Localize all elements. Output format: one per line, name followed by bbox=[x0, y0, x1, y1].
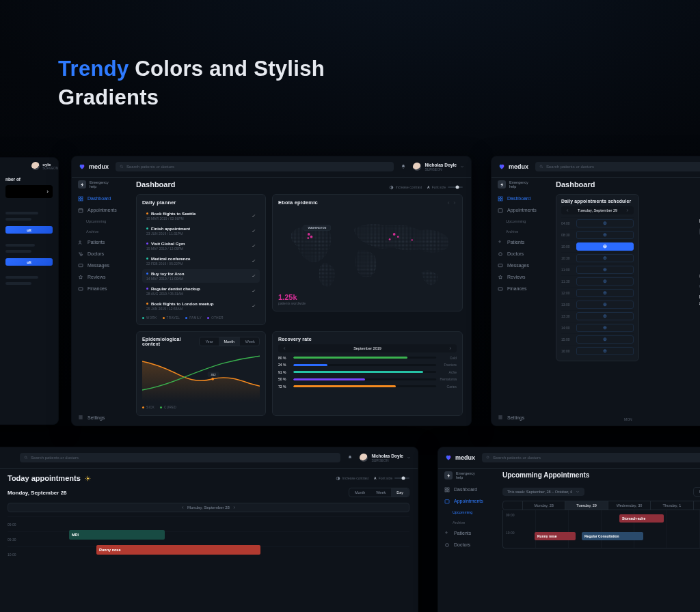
emergency-button[interactable] bbox=[498, 180, 506, 189]
sidebar-item-upcoming[interactable]: Upcomming bbox=[86, 216, 126, 226]
sidebar-item-archive[interactable]: Archive bbox=[506, 226, 546, 236]
tab-month[interactable]: Month bbox=[219, 337, 240, 346]
sidebar-item-settings[interactable]: Settings bbox=[78, 415, 105, 420]
sidebar-item-dashboard[interactable]: Dashboard bbox=[78, 193, 126, 204]
sidebar-item-messages[interactable]: Messages bbox=[78, 260, 126, 271]
sidebar-item-appointments[interactable]: Appointments bbox=[498, 204, 546, 216]
sidebar-item-archive[interactable]: Archive bbox=[453, 517, 492, 527]
date-picker[interactable]: Tuesday, September 29 bbox=[561, 206, 634, 214]
font-slider[interactable] bbox=[448, 185, 463, 189]
user-menu[interactable]: Nicholas DoyleSURGEON bbox=[360, 454, 411, 462]
emergency-button[interactable] bbox=[78, 180, 86, 189]
appt-block[interactable]: Runny nose bbox=[535, 532, 576, 540]
sidebar-item-reviews[interactable]: Reviews bbox=[78, 271, 126, 283]
chevron-right-icon[interactable] bbox=[453, 201, 457, 205]
tab-month[interactable]: Month bbox=[694, 488, 700, 496]
sidebar-item-appointments[interactable]: Appointments bbox=[78, 204, 126, 216]
tab-month[interactable]: Month bbox=[349, 488, 371, 497]
scheduler-slot[interactable]: ⊕ bbox=[576, 347, 634, 355]
search-input[interactable]: Search patients or doctors bbox=[20, 453, 340, 462]
chevron-left-icon[interactable] bbox=[282, 346, 286, 350]
sidebar-item-finances[interactable]: Finances bbox=[78, 283, 126, 294]
sidebar-item-patients[interactable]: Patients bbox=[498, 236, 546, 248]
day-col[interactable]: Tuesday, 29 bbox=[565, 501, 607, 510]
sidebar-item-appointments[interactable]: Appointments bbox=[444, 495, 492, 507]
bell-icon[interactable] bbox=[401, 164, 406, 169]
brand[interactable]: medux bbox=[445, 454, 475, 461]
sidebar-item-doctors[interactable]: Doctors bbox=[78, 248, 126, 260]
sidebar-item-patients[interactable]: Patients bbox=[78, 236, 126, 248]
sidebar-item-archive[interactable]: Archive bbox=[86, 226, 126, 236]
emergency-button[interactable] bbox=[444, 471, 453, 479]
sidebar-item-settings[interactable]: Settings bbox=[498, 415, 524, 420]
day-col[interactable]: Monday, 28 bbox=[522, 501, 565, 510]
sidebar-item-messages[interactable]: Messages bbox=[498, 260, 546, 271]
cta-button[interactable]: ult bbox=[5, 226, 53, 234]
chevron-left-icon[interactable] bbox=[446, 201, 450, 205]
user-menu[interactable]: Nicholas Doyle SURGEON bbox=[413, 163, 464, 171]
planner-item[interactable]: Buy toy for Aron14 MAY 2019 / 11:00AM bbox=[142, 269, 260, 283]
planner-item[interactable]: Regular dentist checkup28 AUG 2019 / 05:… bbox=[142, 284, 260, 298]
world-map[interactable]: WASHINGTON bbox=[278, 206, 457, 300]
timeline-block-runnynose[interactable]: Runny nose bbox=[96, 545, 260, 555]
tab-year[interactable]: Year bbox=[200, 337, 218, 346]
view-tools: Increase contrast AFont size bbox=[389, 185, 463, 190]
sidebar-item-upcoming[interactable]: Upcomming bbox=[506, 216, 546, 226]
sidebar-item-patients[interactable]: Patients bbox=[444, 527, 492, 539]
sidebar-item-reviews[interactable]: Reviews bbox=[498, 271, 546, 283]
stethoscope-icon bbox=[498, 251, 503, 257]
sidebar-item-upcoming[interactable]: Upcomming bbox=[453, 507, 492, 517]
sidebar-item-finances[interactable]: Finances bbox=[498, 283, 546, 294]
dark-chevron-button[interactable]: › bbox=[5, 185, 53, 198]
tab-day[interactable]: Day bbox=[391, 488, 409, 497]
chevron-left-icon[interactable] bbox=[180, 505, 185, 510]
recovery-rate-panel: Recovery rate September 2019 80 %Cold24 … bbox=[272, 331, 463, 416]
planner-item[interactable]: Medical conference22 FEB 2019 / 05:22PM bbox=[142, 254, 260, 268]
planner-item[interactable]: Book flights to Seattle15 MAR 2019 / 02:… bbox=[142, 209, 260, 223]
tab-week[interactable]: Week bbox=[240, 337, 260, 346]
timeline-block-mri[interactable]: MRI bbox=[69, 530, 165, 540]
planner-item[interactable]: Visit Global Gym15 MAY 2019 / 12:09PM bbox=[142, 239, 260, 253]
chevron-left-icon[interactable] bbox=[565, 208, 569, 212]
appt-block[interactable]: Stomach-ache bbox=[619, 514, 664, 523]
planner-item[interactable]: Book flights to London meetup25 JAN 2019… bbox=[142, 299, 260, 313]
chevron-right-icon[interactable] bbox=[232, 505, 237, 510]
scheduler-slot[interactable]: ⊕ bbox=[576, 231, 634, 239]
chevron-right-icon[interactable] bbox=[625, 208, 630, 212]
sidebar-item-doctors[interactable]: Doctors bbox=[444, 539, 492, 551]
sidebar-item-doctors[interactable]: Doctors bbox=[498, 248, 546, 260]
font-size-control[interactable]: AFont size bbox=[374, 476, 409, 480]
bell-icon[interactable] bbox=[347, 455, 353, 460]
scheduler-slot[interactable]: ⊕ bbox=[576, 266, 634, 274]
scheduler-slot[interactable]: ⊕ bbox=[576, 324, 634, 332]
chevron-right-icon[interactable] bbox=[448, 346, 453, 350]
brand[interactable]: medux bbox=[498, 163, 528, 170]
cta-button[interactable]: ult bbox=[5, 258, 53, 266]
scheduler-slot[interactable]: ⊕ bbox=[576, 312, 634, 320]
week-range[interactable]: This week: September, 28 – October, 4 bbox=[502, 488, 584, 496]
scheduler-slot[interactable]: ⊕ bbox=[576, 277, 634, 286]
appt-block[interactable]: Regular Consultation bbox=[582, 532, 643, 540]
contrast-toggle[interactable]: Increase contrast bbox=[336, 476, 368, 481]
planner-item[interactable]: Finish appointment23 JUN 2019 / 11:31PM bbox=[142, 224, 260, 238]
scheduler-slot[interactable]: ⊖ bbox=[576, 242, 634, 251]
day-col[interactable]: Wednesday, 30 bbox=[608, 501, 650, 510]
sidebar-item-dashboard[interactable]: Dashboard bbox=[444, 484, 492, 495]
month-picker[interactable]: September 2019 bbox=[278, 344, 457, 352]
scheduler-slot[interactable]: ⊕ bbox=[576, 289, 634, 297]
brand[interactable]: medux bbox=[79, 163, 109, 170]
contrast-toggle[interactable]: Increase contrast bbox=[389, 185, 422, 190]
tab-week[interactable]: Week bbox=[371, 488, 391, 497]
sidebar-item-dashboard[interactable]: Dashboard bbox=[498, 193, 546, 204]
scheduler-slot[interactable]: ⊕ bbox=[576, 219, 634, 227]
scheduler-slot[interactable]: ⊕ bbox=[576, 254, 634, 262]
day-col[interactable]: Thusday, 1 bbox=[650, 501, 692, 510]
search-input[interactable]: Search patients or doctors bbox=[535, 162, 700, 171]
scheduler-slot[interactable]: ⊕ bbox=[576, 335, 634, 344]
avatar[interactable] bbox=[31, 162, 40, 170]
font-size-control[interactable]: AFont size bbox=[427, 185, 463, 189]
day-col[interactable]: Friday, 2 bbox=[693, 501, 700, 510]
search-input[interactable]: Search patients or doctors bbox=[482, 453, 700, 462]
scheduler-slot[interactable]: ⊕ bbox=[576, 301, 634, 309]
search-input[interactable]: Search patients or doctors bbox=[116, 162, 394, 171]
